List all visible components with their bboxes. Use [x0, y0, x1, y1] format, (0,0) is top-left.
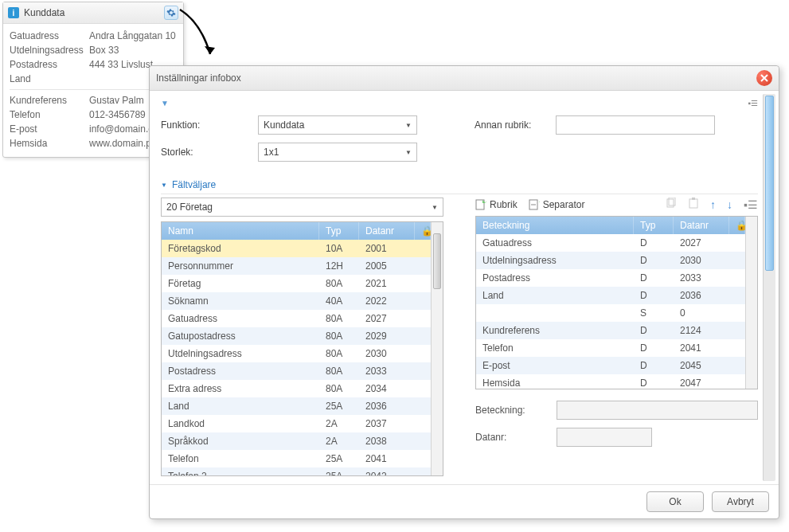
- table-row[interactable]: E-postD2045: [476, 357, 745, 374]
- col-datanr[interactable]: Datanr: [674, 217, 729, 234]
- col-beteckning[interactable]: Beteckning: [476, 217, 634, 234]
- kunddata-row-label: Land: [10, 73, 89, 84]
- cell-datanr: 2027: [674, 234, 729, 251]
- dialog-title: Inställningar infobox: [156, 72, 756, 84]
- right-grid: Beteckning Typ Datanr 🔒 GatuadressD2027U…: [475, 216, 758, 389]
- copy-icon[interactable]: [666, 198, 677, 211]
- kunddata-row: UtdelningsadressBox 33: [10, 43, 177, 57]
- cell-typ: 40A: [319, 292, 359, 309]
- cell-lock: [415, 240, 431, 256]
- lock-icon[interactable]: 🔒: [415, 222, 431, 240]
- col-datanr[interactable]: Datanr: [359, 222, 415, 240]
- cell-datanr: 0: [674, 304, 729, 321]
- table-row[interactable]: LandD2036: [476, 287, 745, 304]
- cell-typ: 80A: [319, 310, 359, 327]
- kunddata-row-label: Gatuadress: [10, 30, 89, 41]
- dialog-scrollbar[interactable]: [763, 94, 775, 481]
- table-row[interactable]: Språkkod2A2038: [162, 432, 431, 450]
- kunddata-title: Kunddata: [24, 7, 164, 18]
- table-row[interactable]: Gatuadress80A2027: [162, 310, 431, 327]
- table-row[interactable]: Telefon25A2041: [162, 450, 431, 467]
- table-row[interactable]: Gatupostadress80A2029: [162, 327, 431, 345]
- left-grid-scrollbar[interactable]: [431, 222, 443, 475]
- cell-name: Postadress: [162, 362, 319, 379]
- faltvaljare-header[interactable]: ▼ Fältväljare: [161, 179, 758, 194]
- move-down-icon[interactable]: ↓: [727, 198, 732, 211]
- menu-icon[interactable]: ▪☰: [748, 99, 758, 108]
- cell-name: Utdelningsadress: [476, 252, 634, 268]
- settings-dialog: Inställningar infobox ▼ ▪☰ Funktion: Kun…: [149, 65, 779, 519]
- cell-name: Extra adress: [162, 380, 319, 397]
- cell-datanr: 2033: [674, 269, 729, 286]
- col-namn[interactable]: Namn: [162, 222, 319, 240]
- cancel-button[interactable]: Avbryt: [712, 491, 769, 512]
- col-typ[interactable]: Typ: [319, 222, 359, 240]
- paste-icon[interactable]: [688, 198, 699, 211]
- close-icon[interactable]: [756, 70, 772, 86]
- cell-lock: [415, 362, 431, 379]
- table-row[interactable]: HemsidaD2047: [476, 374, 745, 389]
- table-row[interactable]: Telefon 225A2042: [162, 467, 431, 475]
- table-row[interactable]: Utdelningsadress80A2030: [162, 345, 431, 362]
- table-row[interactable]: Företag80A2021: [162, 275, 431, 292]
- move-up-icon[interactable]: ↑: [710, 198, 716, 211]
- cell-name: Språkkod: [162, 432, 319, 449]
- expand-all-icon[interactable]: ▼: [161, 99, 169, 108]
- cell-typ: D: [634, 234, 674, 251]
- right-grid-scrollbar[interactable]: [745, 217, 757, 389]
- table-row[interactable]: KundreferensD2124: [476, 322, 745, 339]
- add-separator-button[interactable]: + Separator: [529, 199, 585, 210]
- kunddata-row-label: Telefon: [10, 109, 89, 120]
- cell-name: Telefon: [162, 450, 319, 467]
- cell-typ: D: [634, 339, 674, 356]
- beteckning-input[interactable]: [557, 401, 758, 420]
- datanr-input[interactable]: [557, 428, 652, 447]
- add-rubrik-button[interactable]: + Rubrik: [475, 199, 518, 210]
- cell-datanr: 2041: [359, 450, 415, 467]
- table-row[interactable]: S0: [476, 304, 745, 322]
- cell-typ: D: [634, 287, 674, 303]
- ok-button[interactable]: Ok: [646, 491, 704, 512]
- annan-rubrik-input[interactable]: [556, 115, 715, 135]
- storlek-combo[interactable]: 1x1 ▼: [258, 143, 417, 162]
- table-row[interactable]: Postadress80A2033: [162, 362, 431, 380]
- svg-marker-0: [205, 46, 215, 54]
- col-typ[interactable]: Typ: [634, 217, 674, 234]
- cell-lock: [415, 397, 431, 414]
- right-grid-header[interactable]: Beteckning Typ Datanr 🔒: [476, 217, 745, 234]
- cell-lock: [415, 432, 431, 449]
- cell-lock: [415, 345, 431, 362]
- lock-icon[interactable]: 🔒: [729, 217, 745, 234]
- cell-datanr: 2029: [359, 327, 415, 344]
- cell-lock: [415, 380, 431, 397]
- table-row[interactable]: TelefonD2041: [476, 339, 745, 357]
- storlek-label: Storlek:: [161, 147, 248, 158]
- cell-datanr: 2037: [359, 415, 415, 432]
- table-row[interactable]: Extra adress80A2034: [162, 380, 431, 397]
- cell-typ: D: [634, 322, 674, 338]
- table-row[interactable]: GatuadressD2027: [476, 234, 745, 252]
- cell-lock: [729, 322, 745, 338]
- kunddata-row-value: Box 33: [89, 45, 119, 56]
- cell-name: Gatuadress: [476, 234, 634, 251]
- left-source-combo[interactable]: 20 Företag ▼: [161, 198, 443, 217]
- table-row[interactable]: UtdelningsadressD2030: [476, 252, 745, 269]
- cell-name: E-post: [476, 357, 634, 374]
- svg-rect-9: [692, 198, 695, 200]
- cell-typ: 80A: [319, 275, 359, 291]
- menu-icon[interactable]: ▪☰: [744, 198, 758, 211]
- left-source-value: 20 Företag: [166, 201, 432, 213]
- table-row[interactable]: Personnummer12H2005: [162, 257, 431, 275]
- gear-icon[interactable]: [164, 6, 178, 20]
- table-row[interactable]: Söknamn40A2022: [162, 292, 431, 310]
- table-row[interactable]: Land25A2036: [162, 397, 431, 415]
- funktion-combo[interactable]: Kunddata ▼: [258, 115, 417, 135]
- table-row[interactable]: PostadressD2033: [476, 269, 745, 287]
- cell-lock: [415, 275, 431, 291]
- table-row[interactable]: Landkod2A2037: [162, 415, 431, 432]
- left-grid-header[interactable]: Namn Typ Datanr 🔒: [162, 222, 431, 240]
- dialog-titlebar[interactable]: Inställningar infobox: [150, 66, 779, 91]
- cell-lock: [415, 450, 431, 467]
- table-row[interactable]: Företagskod10A2001: [162, 240, 431, 257]
- cell-typ: S: [634, 304, 674, 321]
